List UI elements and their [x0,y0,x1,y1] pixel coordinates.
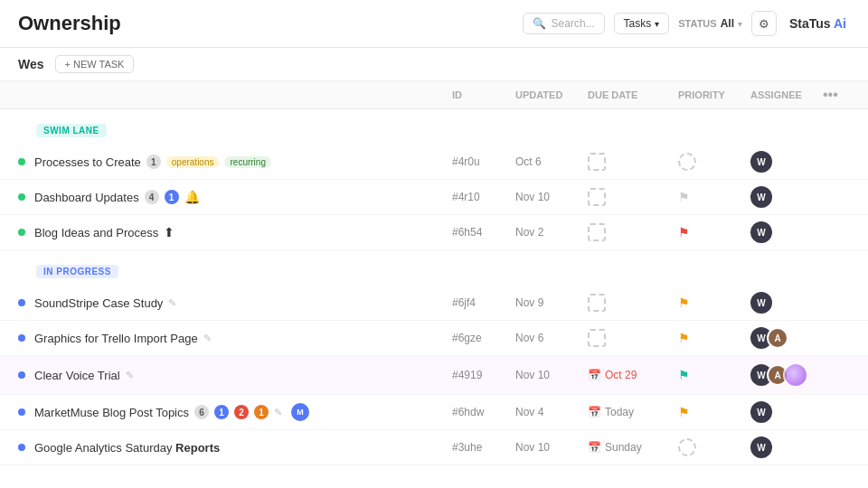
table-row[interactable]: Processes to Create 1 operations recurri… [0,145,868,180]
task-updated: Nov 2 [515,226,588,239]
task-id: #6gze [452,332,515,344]
avatar: W [750,221,772,243]
user-label: Wes [18,57,44,71]
priority-empty-icon [678,153,696,171]
task-assignee: W [750,401,823,423]
task-id: #6jf4 [452,296,515,309]
count-badge-blue: 1 [165,190,179,204]
edit-icon[interactable]: ✎ [168,297,176,309]
task-name-cell: Blog Ideas and Process ⬆ [34,225,452,239]
new-task-button[interactable]: + NEW TASK [55,55,135,73]
count-badge-1: 1 [214,405,229,419]
header-controls: 🔍 Search... Tasks ▾ STATUS All ▾ ⚙ StaTu… [523,11,850,36]
table-row[interactable]: MarketMuse Blog Post Topics 6 1 2 1 ✎ M … [0,395,868,430]
task-updated: Nov 4 [515,406,588,418]
task-duedate [588,153,678,171]
status-dot [18,193,25,201]
avatar: W [750,436,772,458]
count-badge: 1 [146,155,161,169]
priority-flag-icon: ⚑ [678,296,690,310]
task-updated: Nov 10 [515,441,588,454]
more-options-icon[interactable]: ••• [823,87,838,102]
table-row[interactable]: Blog Ideas and Process ⬆ #6h54 Nov 2 ⚑ W [0,215,868,250]
swim-lane-section: SWIM LANE Processes to Create 1 operatio… [0,117,868,250]
avatar-blob [783,362,808,388]
task-assignee: W [750,151,823,173]
status-dot [18,229,25,236]
dashed-calendar-icon [588,188,606,206]
task-name-cell: Dashboard Updates 4 1 🔔 [34,190,452,204]
task-name-cell: MarketMuse Blog Post Topics 6 1 2 1 ✎ M [34,403,452,421]
task-id: #6hdw [452,406,515,418]
task-assignee: W [750,292,823,314]
chevron-down-icon: ▾ [655,19,659,29]
avatar: W [750,401,772,423]
dashed-calendar-icon [588,153,606,171]
count-badge-gray: 4 [145,190,159,204]
task-name: Graphics for Trello Import Page [34,332,198,345]
task-id: #6h54 [452,226,515,239]
task-duedate: 📅 Sunday [588,441,678,454]
table-row[interactable]: SoundStripe Case Study ✎ #6jf4 Nov 9 ⚑ W [0,286,868,321]
status-dot [18,158,25,165]
calendar-icon: 📅 [588,369,601,381]
status-dot [18,334,25,342]
col-assignee: ASSIGNEE [750,89,823,100]
col-id: ID [452,89,515,100]
edit-icon[interactable]: ✎ [126,370,134,381]
table-row[interactable]: Clear Voice Trial ✎ #4919 Nov 10 📅 Oct 2… [0,356,868,395]
task-updated: Nov 6 [515,332,588,344]
edit-icon[interactable]: ✎ [203,333,212,344]
dashed-calendar-icon [588,223,606,241]
status-dot [18,444,25,451]
search-box[interactable]: 🔍 Search... [523,13,605,34]
edit-icon[interactable]: ✎ [274,407,282,418]
share-icon: ⬆ [164,225,175,239]
task-name-cell: SoundStripe Case Study ✎ [34,296,452,310]
sub-header: Wes + NEW TASK [0,48,868,81]
priority-flag-icon: ⚑ [678,190,690,204]
task-id: #4r10 [452,191,515,203]
filter-icon: ⚙ [759,17,769,31]
task-assignee: W [750,186,823,208]
task-name-cell: Clear Voice Trial ✎ [34,369,452,382]
due-date-value: Today [605,406,634,418]
task-priority [678,438,750,456]
task-updated: Nov 10 [515,369,588,381]
priority-flag-icon: ⚑ [678,405,690,419]
avatar: W [750,186,772,208]
tasks-dropdown[interactable]: Tasks ▾ [614,13,670,34]
avatar: W [750,292,772,314]
col-priority: PRIORITY [678,89,750,100]
table-row[interactable]: Dashboard Updates 4 1 🔔 #4r10 Nov 10 ⚑ W [0,180,868,215]
task-name-cell: Google Analytics Saturday Reports [34,441,452,455]
dashed-calendar-icon [588,294,606,312]
count-badge-3: 1 [254,405,269,419]
tag-operations: operations [166,156,220,168]
header: Ownership 🔍 Search... Tasks ▾ STATUS All… [0,0,868,48]
task-name: MarketMuse Blog Post Topics [34,406,189,419]
search-placeholder: Search... [552,17,595,30]
task-id: #3uhe [452,441,515,454]
task-name-cell: Graphics for Trello Import Page ✎ [34,332,452,345]
table-row[interactable]: Google Analytics Saturday Reports #3uhe … [0,430,868,465]
priority-flag-icon: ⚑ [678,368,690,382]
task-name: Dashboard Updates [34,191,139,204]
chevron-down-icon: ▾ [738,19,742,29]
task-updated: Nov 9 [515,296,588,309]
calendar-icon: 📅 [588,441,601,454]
task-name: Clear Voice Trial [34,369,120,382]
task-name-cell: Processes to Create 1 operations recurri… [34,155,452,169]
count-badge-2: 2 [234,405,249,419]
task-updated: Oct 6 [515,155,588,168]
swim-lane-label: SWIM LANE [36,124,107,137]
task-assignee: W [750,436,823,458]
priority-flag-icon: ⚑ [678,225,690,239]
task-priority [678,153,750,171]
table-row[interactable]: Graphics for Trello Import Page ✎ #6gze … [0,321,868,356]
task-duedate: 📅 Oct 29 [588,369,678,381]
in-progress-section: IN PROGRESS SoundStripe Case Study ✎ #6j… [0,258,868,465]
filter-button[interactable]: ⚙ [751,11,777,36]
count-badge: 6 [194,405,209,419]
status-dot [18,299,25,306]
